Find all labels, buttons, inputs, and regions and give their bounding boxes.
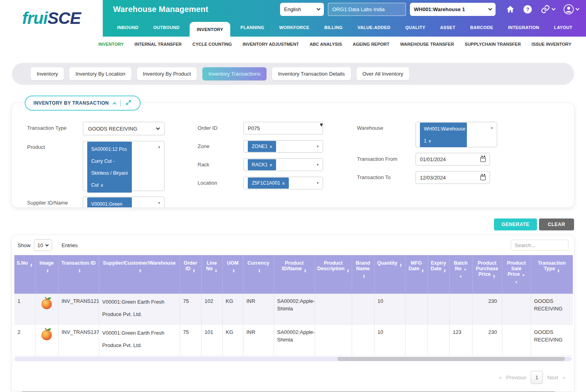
order-id-input[interactable]: P075 ▼ (243, 122, 323, 135)
tab-layout[interactable]: LAYOUT (549, 18, 577, 37)
subnav-item-internal-transfer[interactable]: INTERNAL TRANSFER (135, 42, 182, 47)
page-size-select[interactable]: 10 (34, 239, 52, 251)
subnav-item-ageing-report[interactable]: AGEING REPORT (353, 42, 389, 47)
calendar-icon[interactable] (480, 175, 486, 180)
remove-tag-icon[interactable]: x (282, 181, 284, 185)
tab-outbound[interactable]: OUTBOUND (149, 18, 184, 37)
sort-icon[interactable]: ▲▼ (215, 269, 218, 273)
sort-icon[interactable]: ▲▼ (192, 269, 195, 273)
tab-workforce[interactable]: WORKFORCE (274, 18, 314, 37)
sort-desc-icon[interactable]: ▼ (452, 275, 470, 279)
view-pill-inventory-transactions[interactable]: Inventory Transactions (202, 67, 267, 80)
subnav-item-inventory-adjustment[interactable]: INVENTORY ADJUSTMENT (243, 42, 299, 47)
transaction-to-date[interactable]: 12/03/2024 (415, 171, 490, 184)
previous-arrow-icon[interactable]: « (499, 374, 502, 380)
calendar-icon[interactable] (480, 157, 486, 162)
tab-billing[interactable]: BILLING (319, 18, 347, 37)
scrollbar-thumb[interactable] (337, 357, 565, 361)
sort-icon[interactable]: ▲▼ (139, 269, 142, 273)
generate-button[interactable]: GENERATE (494, 218, 537, 230)
sort-icon[interactable]: ▲▼ (30, 263, 33, 267)
sort-icon[interactable]: ▲▼ (258, 269, 261, 273)
search-input[interactable] (511, 240, 568, 251)
previous-button[interactable]: Previous (506, 374, 526, 380)
sort-icon[interactable]: ▲▼ (78, 269, 81, 273)
column-header-product-purchase-price[interactable]: Product Purchase Price▲▼ (472, 255, 502, 294)
transaction-from-date[interactable]: 01/01/2024 (415, 153, 490, 166)
view-pill-inventory-by-product[interactable]: Inventory By Product (137, 67, 197, 80)
column-header-currency[interactable]: Currency▲▼ (243, 255, 274, 294)
org-input[interactable]: ORG1:Data Labs India (328, 3, 406, 16)
table-horizontal-scrollbar[interactable] (14, 357, 572, 361)
column-header-batch-no[interactable]: Batch No▲▼ (449, 255, 472, 294)
column-header-product-id-name[interactable]: Product ID/Name▲▼ (274, 255, 315, 294)
warehouse-multiselect[interactable]: WH001:Warehouse 1x ▾ (415, 122, 497, 147)
view-pill-inventory[interactable]: Inventory (31, 67, 64, 80)
tab-value-added[interactable]: VALUE-ADDED (353, 18, 395, 37)
column-header-uom[interactable]: UOM▲▼ (222, 255, 243, 294)
zone-multiselect[interactable]: ZONE1x ▾ (243, 140, 323, 153)
tab-integration[interactable]: INTEGRATION (503, 18, 544, 37)
product-multiselect[interactable]: SA00001:12 Pcs Curry Cut - Skinless / Bi… (83, 141, 165, 191)
warehouse-select[interactable]: WH001:Warehouse 1 (410, 3, 496, 16)
remove-tag-icon[interactable]: x (270, 162, 272, 167)
view-pill-inventory-transaction-details[interactable]: Inventory Transaction Details (272, 67, 351, 80)
remove-tag-icon[interactable]: x (429, 138, 431, 143)
column-header-brand-name[interactable]: Brand Name▲▼ (352, 255, 374, 294)
subnav-item-warehouse-transfer[interactable]: WAREHOUSE TRANSFER (400, 42, 454, 47)
sort-icon[interactable]: ▲▼ (421, 269, 424, 273)
column-header-product-sale-price[interactable]: Product Sale Price▲▼ (502, 255, 531, 294)
subnav-item-cycle-counting[interactable]: CYCLE COUNTING (192, 42, 232, 47)
sort-icon[interactable]: ▲▼ (493, 274, 496, 278)
sort-icon[interactable]: ▲▼ (347, 269, 349, 273)
view-pill-over-all-inventory[interactable]: Over All Inventory (357, 67, 410, 80)
clear-button[interactable]: CLEAR (539, 218, 574, 230)
column-header-product-description[interactable]: Product Description▲▼ (315, 255, 352, 294)
user-icon[interactable] (563, 4, 579, 15)
remove-tag-icon[interactable]: x (270, 144, 272, 149)
tab-quality[interactable]: QUALITY (400, 18, 430, 37)
subnav-item-issue-inventory[interactable]: ISSUE INVENTORY (531, 42, 571, 47)
sort-icon[interactable]: ▲▼ (304, 269, 307, 273)
home-icon[interactable] (506, 5, 515, 14)
collapse-chevron-icon[interactable] (113, 102, 117, 106)
column-header-transaction-id[interactable]: Transaction ID▲▼ (58, 255, 99, 294)
transaction-type-select[interactable]: GOODS RECEIVING (83, 122, 165, 135)
tab-planning[interactable]: PLANNING (236, 18, 269, 37)
sort-icon[interactable]: ▲▼ (232, 269, 235, 273)
column-header-supplier-customer-warehouse[interactable]: Supplier/Customer/Warehouse▲▼ (99, 255, 180, 294)
column-header-s-no[interactable]: S.No▲▼ (14, 255, 35, 294)
supplier-multiselect[interactable]: V00001:Green ▾ (83, 197, 165, 207)
subnav-item-supplychain-transfer[interactable]: SUPPLYCHAIN TRANSFER (465, 42, 521, 47)
sort-asc-icon[interactable]: ▲ (463, 267, 466, 271)
column-header-quantity[interactable]: Quantity▲▼ (374, 255, 405, 294)
view-pill-inventory-by-location[interactable]: Inventory By Location (69, 67, 131, 80)
column-header-mfg-date[interactable]: MFG Date▲▼ (405, 255, 427, 294)
tab-asset[interactable]: ASSET (435, 18, 460, 37)
link-icon[interactable] (541, 4, 555, 14)
column-header-order-id[interactable]: Order ID▲▼ (180, 255, 201, 294)
language-select[interactable]: English (280, 3, 324, 16)
page-number-button[interactable]: 1 (531, 371, 543, 384)
sort-icon[interactable]: ▲▼ (363, 274, 365, 278)
location-multiselect[interactable]: Z5F1C1A001x ▾ (243, 177, 323, 189)
sort-desc-icon[interactable]: ▼ (504, 281, 529, 284)
next-button[interactable]: Next (547, 374, 558, 380)
tab-inbound[interactable]: INBOUND (112, 18, 143, 37)
next-arrow-icon[interactable]: » (562, 374, 565, 380)
sort-icon[interactable]: ▲▼ (399, 263, 402, 267)
tab-inventory[interactable]: INVENTORY (190, 22, 230, 37)
expand-icon[interactable] (125, 99, 132, 107)
tab-barcode[interactable]: BARCODE (465, 18, 498, 37)
help-icon[interactable]: ? (523, 5, 532, 14)
sort-asc-icon[interactable]: ▲ (522, 273, 525, 277)
column-header-image[interactable]: Image▲▼ (35, 255, 58, 294)
sort-icon[interactable]: ▲▼ (46, 269, 49, 273)
column-header-transaction-type[interactable]: Transaction Type▲▼ (531, 255, 573, 294)
remove-tag-icon[interactable]: x (101, 183, 103, 187)
subnav-item-abc-analysis[interactable]: ABC ANALYSIS (310, 42, 342, 47)
column-header-line-no[interactable]: Line No▲▼ (201, 255, 222, 294)
sort-icon[interactable]: ▲▼ (443, 269, 446, 273)
subnav-item-inventory[interactable]: INVENTORY (98, 42, 124, 47)
rack-multiselect[interactable]: RACK1x ▾ (243, 158, 323, 171)
